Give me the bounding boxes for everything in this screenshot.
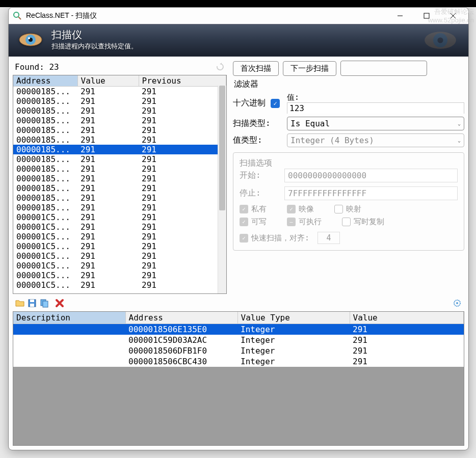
banner-subtitle: 扫描进程内存以查找特定值。	[51, 42, 138, 51]
table-row[interactable]: 0000018506DFB1F0Integer291	[13, 345, 464, 356]
app-icon	[13, 11, 22, 20]
header-banner: 扫描仪 扫描进程内存以查找特定值。	[9, 24, 468, 57]
settings-icon[interactable]	[452, 298, 462, 308]
progress-placeholder	[340, 61, 427, 76]
private-checkbox[interactable]: ✓	[240, 205, 248, 213]
table-row[interactable]: 00000185...291291	[13, 116, 226, 125]
undo-icon[interactable]	[215, 62, 225, 72]
table-row[interactable]: 00000185...291291	[13, 154, 226, 164]
table-row[interactable]: 000001C5...291291	[13, 271, 226, 280]
window-title: ReClass.NET - 扫描仪	[26, 11, 385, 20]
open-icon[interactable]	[15, 298, 25, 308]
fast-scan-checkbox[interactable]: ✓	[240, 234, 248, 243]
col-previous[interactable]: Previous	[139, 75, 226, 87]
svg-rect-3	[424, 13, 429, 18]
stop-label: 停止:	[240, 188, 280, 199]
scan-type-label: 扫描类型:	[233, 118, 284, 129]
writable-checkbox[interactable]: ✓	[240, 218, 248, 226]
value-type-select[interactable]: Integer (4 Bytes)⌄	[287, 133, 464, 147]
table-row[interactable]: 000001C5...291291	[13, 280, 226, 290]
scrollbar[interactable]	[218, 86, 226, 293]
ghost-eye-icon	[422, 30, 458, 53]
svg-point-12	[437, 37, 443, 43]
table-row[interactable]: 00000185...291291	[13, 183, 226, 193]
delete-icon[interactable]	[55, 298, 65, 308]
image-checkbox[interactable]: ✓	[287, 205, 296, 213]
table-row[interactable]: 0000018506CBC430Integer291	[13, 356, 464, 367]
executable-checkbox[interactable]	[287, 218, 296, 226]
table-row[interactable]: 000001C59D03A2ACInteger291	[13, 335, 464, 345]
found-label: Found: 23	[15, 62, 59, 72]
value-type-label: 值类型:	[233, 135, 284, 146]
col-value2[interactable]: Value	[350, 312, 464, 324]
next-scan-button[interactable]: 下一步扫描	[283, 61, 336, 76]
minimize-button[interactable]	[389, 9, 411, 23]
svg-rect-15	[30, 304, 34, 307]
table-row[interactable]: 00000185...291291	[13, 203, 226, 212]
maximize-button[interactable]	[415, 9, 438, 23]
copy-icon[interactable]	[39, 298, 49, 308]
col-address[interactable]: Address	[13, 75, 77, 87]
scan-options-group: 扫描选项 开始: 停止: ✓私有 ✓映像 映射 ✓	[233, 152, 464, 251]
value-input[interactable]	[287, 102, 464, 114]
found-count: 23	[49, 62, 59, 72]
filter-header: 滤波器	[233, 79, 464, 90]
eye-icon	[18, 32, 43, 49]
table-row[interactable]: 00000185...291291	[13, 145, 226, 154]
mapped-checkbox[interactable]	[334, 205, 343, 213]
first-scan-button[interactable]: 首次扫描	[233, 61, 279, 76]
table-row[interactable]: 0000018506E135E0Integer291	[13, 324, 464, 335]
options-legend: 扫描选项	[240, 158, 272, 168]
table-row[interactable]: 00000185...291291	[13, 87, 226, 97]
chevron-down-icon: ⌄	[458, 121, 461, 126]
table-row[interactable]: 000001C5...291291	[13, 232, 226, 241]
table-row[interactable]: 000001C5...291291	[13, 251, 226, 261]
svg-point-9	[28, 37, 30, 39]
svg-point-0	[14, 12, 19, 17]
close-button[interactable]	[442, 9, 464, 23]
col-description[interactable]: Description	[13, 312, 125, 324]
start-input[interactable]	[284, 169, 458, 182]
svg-point-19	[456, 302, 458, 304]
table-row[interactable]: 000001C5...291291	[13, 241, 226, 251]
banner-title: 扫描仪	[51, 28, 138, 42]
table-row[interactable]: 00000185...291291	[13, 125, 226, 135]
chevron-down-icon: ⌄	[458, 138, 461, 143]
col-address2[interactable]: Address	[125, 312, 237, 324]
svg-rect-17	[43, 301, 48, 307]
address-list-table[interactable]: Description Address Value Type Value 000…	[13, 311, 464, 446]
stop-input[interactable]	[284, 186, 458, 200]
cow-checkbox[interactable]	[342, 218, 351, 226]
table-row[interactable]: 00000185...291291	[13, 193, 226, 203]
hex-checkbox[interactable]: ✓	[271, 99, 280, 108]
table-row[interactable]: 00000185...291291	[13, 174, 226, 183]
table-row[interactable]: 000001C5...291291	[13, 222, 226, 232]
svg-line-1	[18, 17, 21, 19]
table-row[interactable]: 000001C5...291291	[13, 212, 226, 222]
table-row[interactable]: 00000185...291291	[13, 96, 226, 106]
col-valuetype[interactable]: Value Type	[237, 312, 350, 324]
col-value[interactable]: Value	[77, 75, 139, 87]
table-row[interactable]: 00000185...291291	[13, 164, 226, 174]
hex-label: 十六进制	[233, 98, 266, 109]
svg-rect-14	[30, 300, 34, 302]
scanner-window: ReClass.NET - 扫描仪 扫描仪 扫描进程内存以查找特定值。 Foun…	[8, 7, 469, 450]
start-label: 开始:	[240, 170, 280, 181]
results-table[interactable]: Address Value Previous 00000185...291291…	[13, 75, 227, 294]
table-row[interactable]: 00000185...291291	[13, 135, 226, 145]
background-strip	[0, 0, 476, 7]
save-icon[interactable]	[27, 298, 37, 308]
table-row[interactable]: 000001C5...291291	[13, 261, 226, 271]
value-label: 值:	[287, 93, 464, 102]
titlebar[interactable]: ReClass.NET - 扫描仪	[9, 8, 468, 24]
table-row[interactable]: 00000185...291291	[13, 106, 226, 116]
scan-type-select[interactable]: Is Equal⌄	[287, 117, 464, 130]
align-input[interactable]: 4	[318, 232, 340, 244]
